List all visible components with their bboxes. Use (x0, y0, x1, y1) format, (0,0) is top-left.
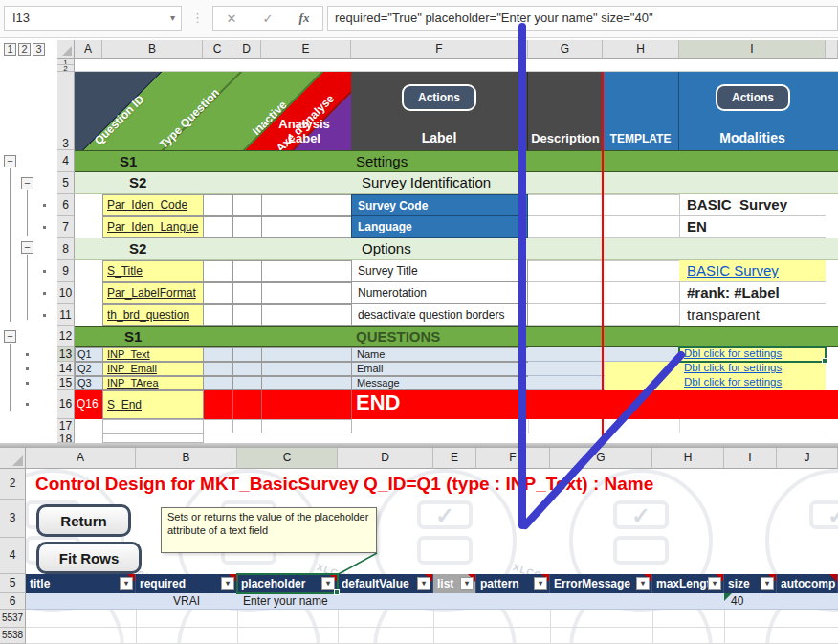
row17-b[interactable] (102, 419, 204, 433)
row15-label-cell[interactable]: Message (351, 376, 529, 390)
table-header-title[interactable]: title▾ (26, 574, 136, 593)
row-header-4[interactable]: 4 (57, 150, 75, 172)
bottom-row-header-2[interactable]: 2 (0, 469, 26, 500)
row7-label-cell[interactable]: Language (351, 216, 528, 238)
row9-d[interactable] (232, 260, 262, 282)
row14-type-cell[interactable]: INP_Email (102, 362, 204, 376)
row10-d[interactable] (232, 282, 262, 304)
bottom-col-header-G[interactable]: G (550, 448, 652, 469)
row15-h[interactable] (605, 376, 679, 390)
filter-dropdown-icon[interactable]: ▾ (636, 577, 650, 590)
row-header-10[interactable]: 10 (57, 282, 75, 304)
row15-type-cell[interactable]: INP_TArea (102, 376, 204, 390)
row17-h[interactable] (603, 419, 680, 433)
row14-label-cell[interactable]: Email (351, 362, 529, 376)
row14-d[interactable] (232, 362, 262, 376)
col-header-G[interactable]: G (528, 40, 603, 59)
row-header-9[interactable]: 9 (57, 260, 75, 282)
outline-collapse-row4[interactable]: − (4, 155, 16, 167)
row11-d[interactable] (232, 304, 262, 326)
row6-d[interactable] (232, 194, 262, 216)
bottom-col-header-F[interactable]: F (476, 448, 550, 469)
col-header-J-sliver[interactable] (826, 40, 838, 59)
row-header-16[interactable]: 16 (57, 390, 75, 419)
insert-function-icon[interactable]: fx (299, 11, 310, 26)
fill-handle-placeholder[interactable] (334, 589, 340, 595)
bottom-row-header-5[interactable]: 5 (0, 574, 26, 593)
name-box[interactable]: I13 ▾ (4, 6, 182, 31)
row13-type-link[interactable]: INP_Text (107, 348, 150, 360)
row15-type-link[interactable]: INP_TArea (107, 377, 159, 389)
row-header-3[interactable]: 3 (57, 72, 75, 150)
row17-c[interactable] (203, 419, 233, 433)
enter-icon[interactable]: ✓ (263, 11, 274, 26)
row14-settings-link[interactable]: Dbl click for settings (684, 362, 782, 373)
row7-desc[interactable] (528, 216, 604, 238)
outline-collapse-row5[interactable]: − (21, 177, 33, 189)
row13-qid[interactable]: Q1 (75, 347, 103, 362)
row-header-2[interactable]: 2 (57, 65, 75, 72)
row-header-7[interactable]: 7 (57, 216, 75, 238)
row10-desc[interactable] (528, 282, 604, 304)
row7-d[interactable] (232, 216, 262, 238)
bottom-row-header-5538[interactable]: 5538 (0, 628, 26, 644)
row15-e[interactable] (261, 376, 352, 390)
row15-g[interactable] (528, 376, 605, 390)
row6-c[interactable] (203, 194, 233, 216)
col-header-B[interactable]: B (102, 40, 203, 59)
row11-desc[interactable] (528, 304, 604, 326)
row18-b[interactable] (102, 433, 204, 443)
row7-template[interactable] (603, 216, 680, 238)
bottom-col-header-D[interactable]: D (338, 448, 433, 469)
table-header-list[interactable]: list▾ (433, 574, 476, 593)
table-row-6[interactable]: VRAI Enter your name 40 (26, 593, 838, 610)
placeholder-header-selection[interactable] (236, 573, 339, 594)
row15-qid[interactable]: Q3 (75, 376, 103, 390)
bottom-col-header-E[interactable]: E (433, 448, 476, 469)
table-header-maxlength[interactable]: maxLength▾ (652, 574, 724, 593)
row6-modalities-value[interactable]: BASIC_Survey (679, 194, 826, 216)
row7-modalities-value[interactable]: EN (679, 216, 826, 238)
row14-type-link[interactable]: INP_Email (107, 363, 157, 374)
row14-modalities-cell[interactable]: Dbl click for settings (679, 362, 826, 376)
col-header-I-selected[interactable]: I (679, 40, 826, 59)
table-header-required[interactable]: required▾ (136, 574, 237, 593)
col-header-F[interactable]: F (351, 40, 528, 59)
table-row-5537[interactable] (26, 610, 838, 628)
row10-modalities-value[interactable]: #rank: #Label (679, 282, 826, 304)
return-button[interactable]: Return (36, 504, 131, 537)
bottom-row-header-6[interactable]: 6 (0, 593, 26, 610)
row6-param-cell[interactable]: Par_Iden_Code (102, 194, 204, 216)
row13-label-cell[interactable]: Name (351, 347, 529, 362)
col-header-A[interactable]: A (75, 40, 102, 59)
row-header-8[interactable]: 8 (57, 238, 75, 260)
col-header-H[interactable]: H (603, 40, 679, 59)
active-cell-selection-I13[interactable] (678, 346, 827, 363)
row-header-13-selected[interactable]: 13 (57, 347, 75, 362)
row7-e[interactable] (261, 216, 352, 238)
row13-c[interactable] (203, 347, 233, 362)
row10-template[interactable] (603, 282, 680, 304)
row17-f[interactable] (351, 419, 529, 433)
row13-type-cell[interactable]: INP_Text (102, 347, 204, 362)
row10-c[interactable] (203, 282, 233, 304)
bottom-select-all-corner[interactable] (0, 448, 26, 469)
row7-param-link[interactable]: Par_Iden_Langue (107, 220, 198, 233)
row9-param-cell[interactable]: S_Title (102, 260, 204, 282)
row10-e[interactable] (261, 282, 352, 304)
row11-param-link[interactable]: th_brd_question (107, 308, 189, 322)
select-all-corner[interactable] (57, 40, 75, 59)
row11-e[interactable] (261, 304, 352, 326)
row14-h[interactable] (605, 362, 679, 376)
fit-rows-button[interactable]: Fit Rows (36, 542, 142, 574)
row6-label-cell[interactable]: Survey Code (351, 194, 528, 216)
col-header-C[interactable]: C (203, 40, 232, 59)
row-header-14[interactable]: 14 (57, 362, 75, 376)
formula-input[interactable]: required="True" placeholder="Enter your … (327, 6, 838, 31)
row11-param-cell[interactable]: th_brd_question (102, 304, 204, 326)
row15-c[interactable] (203, 376, 233, 390)
row11-c[interactable] (203, 304, 233, 326)
row-header-6[interactable]: 6 (57, 194, 75, 216)
bottom-row-header-3[interactable]: 3 (0, 500, 26, 538)
row17-d[interactable] (232, 419, 262, 433)
